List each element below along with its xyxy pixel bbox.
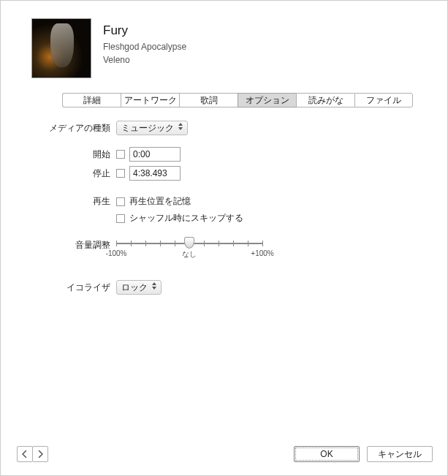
header: Fury Fleshgod Apocalypse Veleno [1, 1, 447, 86]
stop-label: 停止 [30, 167, 116, 180]
slider-tick [160, 241, 161, 246]
slider-max-label: +100% [251, 249, 273, 257]
media-type-label: メディアの種類 [30, 122, 116, 135]
next-track-button[interactable] [32, 446, 48, 462]
tab-options[interactable]: オプション [238, 93, 296, 107]
start-checkbox[interactable] [116, 150, 125, 159]
start-time-value: 0:00 [133, 149, 150, 159]
skip-shuffle-label: シャッフル時にスキップする [129, 212, 243, 224]
chevron-right-icon [37, 450, 43, 458]
track-title: Fury [103, 21, 186, 40]
slider-tick [262, 241, 263, 246]
slider-min-label: -100% [106, 249, 127, 257]
slider-tick [248, 241, 248, 246]
options-pane: メディアの種類 ミュージック 開始 0:00 停止 4:38.493 再生 再生… [1, 121, 447, 439]
media-type-value: ミュージック [121, 122, 174, 135]
slider-tick [219, 241, 219, 246]
slider-tick [145, 241, 146, 246]
volume-slider[interactable]: -100% なし +100% [116, 239, 262, 260]
skip-shuffle-checkbox[interactable] [116, 214, 125, 223]
volume-label: 音量調整 [30, 239, 116, 252]
slider-tick [131, 241, 132, 246]
tab-bar: 詳細 アートワーク 歌詞 オプション 読みがな ファイル [62, 93, 433, 107]
ok-button[interactable]: OK [294, 446, 360, 462]
track-album: Veleno [103, 53, 186, 67]
cancel-button[interactable]: キャンセル [367, 446, 433, 462]
chevron-left-icon [22, 450, 28, 458]
tab-artwork[interactable]: アートワーク [121, 93, 179, 107]
remember-position-label: 再生位置を記憶 [129, 195, 191, 208]
equalizer-label: イコライザ [30, 282, 116, 294]
slider-thumb[interactable] [184, 237, 194, 249]
tab-lyrics[interactable]: 歌詞 [179, 93, 238, 107]
playback-label: 再生 [30, 195, 116, 208]
slider-center-label: なし [182, 249, 197, 260]
media-type-select[interactable]: ミュージック [116, 121, 188, 135]
stop-time-input[interactable]: 4:38.493 [129, 166, 181, 181]
remember-position-checkbox[interactable] [116, 197, 125, 206]
tab-reading[interactable]: 読みがな [296, 93, 354, 107]
stop-time-value: 4:38.493 [133, 168, 167, 178]
equalizer-select[interactable]: ロック [116, 280, 162, 295]
footer: OK キャンセル [1, 439, 447, 475]
start-label: 開始 [30, 148, 116, 161]
album-artwork [31, 18, 91, 78]
start-time-input[interactable]: 0:00 [129, 147, 181, 162]
slider-tick [116, 241, 117, 246]
song-info-dialog: Fury Fleshgod Apocalypse Veleno 詳細 アートワー… [0, 0, 448, 476]
track-titles: Fury Fleshgod Apocalypse Veleno [103, 18, 186, 67]
tab-detail[interactable]: 詳細 [62, 93, 121, 107]
stop-checkbox[interactable] [116, 169, 125, 178]
prev-track-button[interactable] [17, 446, 33, 462]
slider-tick [233, 241, 234, 246]
tab-file[interactable]: ファイル [354, 93, 413, 107]
track-artist: Fleshgod Apocalypse [103, 40, 186, 53]
slider-tick [175, 241, 175, 246]
slider-tick [204, 241, 205, 246]
equalizer-value: ロック [121, 282, 148, 294]
